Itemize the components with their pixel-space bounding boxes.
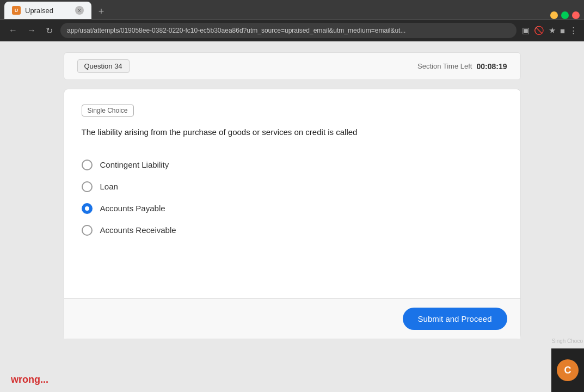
tab-close-button[interactable]: ×: [75, 6, 84, 15]
question-card: Single Choice The liability arising from…: [64, 89, 521, 339]
block-icon[interactable]: 🚫: [534, 26, 544, 35]
timer-section: Section Time Left 00:08:19: [417, 62, 507, 71]
quiz-header: Question 34 Section Time Left 00:08:19: [64, 52, 521, 80]
submit-proceed-button[interactable]: Submit and Proceed: [403, 308, 507, 330]
wrong-text-overlay: wrong...: [11, 374, 48, 385]
question-text: The liability arising from the purchase …: [82, 126, 503, 139]
active-tab[interactable]: U Upraised ×: [4, 2, 91, 19]
quiz-footer: Submit and Proceed: [64, 298, 520, 339]
option-2[interactable]: Loan: [82, 176, 503, 198]
option-4-label: Accounts Receivable: [100, 225, 176, 235]
option-2-label: Loan: [100, 182, 118, 191]
widget-logo: C: [557, 359, 579, 381]
radio-option-1[interactable]: [82, 160, 93, 170]
radio-option-2[interactable]: [82, 181, 93, 192]
close-button[interactable]: [572, 11, 580, 19]
widget-corner: C: [551, 348, 584, 392]
tab-bar: U Upraised × +: [0, 0, 584, 20]
browser-window: U Upraised × + ← → ↻ ▣ 🚫 ★ ■ ⋮ Question …: [0, 0, 584, 392]
new-tab-button[interactable]: +: [94, 4, 109, 19]
bookmark-icon[interactable]: ★: [549, 26, 556, 35]
option-3[interactable]: Accounts Payable: [82, 198, 503, 219]
restore-button[interactable]: [561, 11, 569, 19]
option-3-label: Accounts Payable: [100, 204, 165, 213]
option-4[interactable]: Accounts Receivable: [82, 219, 503, 241]
toolbar-icons: ▣ 🚫 ★ ■ ⋮: [522, 26, 577, 35]
screenshot-icon[interactable]: ▣: [522, 26, 530, 35]
question-type-badge: Single Choice: [82, 105, 134, 117]
minimize-button[interactable]: [550, 11, 558, 19]
timer-label: Section Time Left: [417, 62, 472, 70]
question-badge: Question 34: [77, 59, 130, 73]
radio-option-3[interactable]: [82, 203, 93, 214]
option-1-label: Contingent Liability: [100, 160, 169, 169]
extensions-icon[interactable]: ■: [560, 26, 565, 35]
settings-icon[interactable]: ⋮: [569, 26, 577, 35]
forward-button[interactable]: →: [25, 23, 38, 38]
singh-choco-label: Singh Choco: [552, 338, 583, 344]
url-input[interactable]: [60, 23, 517, 38]
radio-inner-3: [85, 206, 89, 211]
window-controls: [550, 11, 580, 19]
back-button[interactable]: ←: [7, 23, 20, 38]
address-bar: ← → ↻ ▣ 🚫 ★ ■ ⋮: [0, 20, 584, 41]
tab-title: Upraised: [25, 7, 53, 15]
radio-option-4[interactable]: [82, 225, 93, 236]
quiz-container: Question 34 Section Time Left 00:08:19 S…: [53, 52, 532, 339]
page-content: Question 34 Section Time Left 00:08:19 S…: [0, 41, 584, 392]
tab-favicon: U: [12, 6, 21, 15]
reload-button[interactable]: ↻: [44, 23, 55, 38]
timer-value: 00:08:19: [476, 62, 507, 71]
option-1[interactable]: Contingent Liability: [82, 154, 503, 176]
